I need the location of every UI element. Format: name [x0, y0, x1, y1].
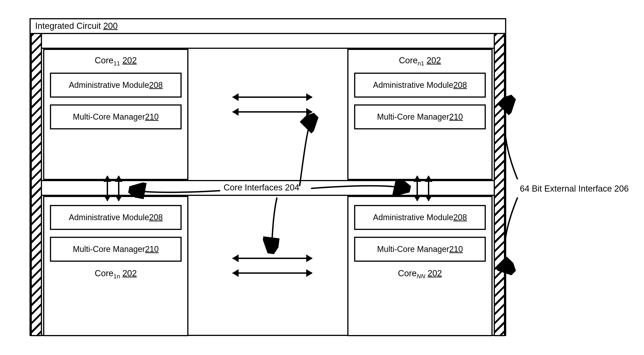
admin-module: Administrative Module 208 — [50, 73, 182, 98]
double-arrow-icon — [233, 111, 312, 112]
mgr-ref: 210 — [145, 244, 159, 254]
core-NN: Administrative Module 208 Multi-Core Man… — [347, 196, 492, 336]
admin-label: Administrative Module — [373, 213, 453, 222]
mgr-ref: 210 — [145, 112, 159, 122]
double-arrow-icon — [233, 272, 312, 274]
core-ref: 202 — [122, 268, 137, 278]
core-sub: 11 — [114, 60, 120, 67]
core-ref: 202 — [122, 56, 137, 65]
core-n1-title: Coren1 202 — [399, 56, 441, 67]
mgr-label: Multi-Core Manager — [73, 244, 145, 254]
core-NN-title: CoreNN 202 — [398, 268, 442, 280]
core-sub: 1n — [114, 273, 120, 280]
core-ref: 202 — [428, 268, 442, 278]
core-prefix: Core — [399, 56, 418, 65]
external-interface-label: 64 Bit External Interface 206 — [520, 184, 629, 194]
core-11-title: Core11 202 — [95, 56, 137, 67]
core-1n: Administrative Module 208 Multi-Core Man… — [43, 196, 188, 336]
mgr-label: Multi-Core Manager — [73, 112, 145, 122]
core-interfaces-label: Core Interfaces 204 — [224, 183, 300, 192]
external-interface-right — [494, 33, 505, 336]
double-arrow-icon — [233, 258, 312, 259]
admin-label: Administrative Module — [69, 213, 149, 222]
mgr-module: Multi-Core Manager 210 — [50, 237, 182, 262]
integrated-circuit-box: Integrated Circuit 200 Core11 202 Admini… — [30, 18, 506, 336]
admin-module: Administrative Module 208 — [354, 205, 486, 230]
admin-ref: 208 — [149, 80, 163, 90]
external-interface-left — [31, 33, 42, 336]
core-prefix: Core — [95, 56, 113, 65]
admin-ref: 208 — [453, 80, 467, 90]
double-arrow-icon — [428, 176, 429, 201]
core-sub: n1 — [418, 60, 424, 67]
admin-ref: 208 — [149, 213, 163, 222]
mgr-module: Multi-Core Manager 210 — [354, 237, 486, 262]
mgr-label: Multi-Core Manager — [377, 244, 449, 254]
core-1n-title: Core1n 202 — [95, 268, 137, 280]
ic-title: Integrated Circuit 200 — [35, 21, 118, 31]
double-arrow-icon — [118, 176, 120, 201]
mgr-module: Multi-Core Manager 210 — [50, 104, 182, 130]
double-arrow-icon — [416, 176, 418, 201]
admin-module: Administrative Module 208 — [50, 205, 182, 230]
core-n1: Coren1 202 Administrative Module 208 Mul… — [347, 49, 492, 180]
admin-label: Administrative Module — [373, 80, 453, 90]
mgr-ref: 210 — [449, 244, 463, 254]
ic-title-ref: 200 — [103, 21, 118, 31]
core-sub: NN — [416, 273, 425, 280]
admin-module: Administrative Module 208 — [354, 73, 486, 98]
track-top — [31, 33, 505, 49]
core-prefix: Core — [398, 268, 416, 278]
ic-title-text: Integrated Circuit — [35, 21, 103, 31]
core-11: Core11 202 Administrative Module 208 Mul… — [43, 49, 188, 180]
core-ref: 202 — [426, 56, 441, 65]
mgr-label: Multi-Core Manager — [377, 112, 449, 122]
double-arrow-icon — [233, 96, 312, 98]
admin-label: Administrative Module — [69, 80, 149, 90]
double-arrow-icon — [107, 176, 108, 201]
mgr-module: Multi-Core Manager 210 — [354, 104, 486, 130]
admin-ref: 208 — [453, 213, 467, 222]
core-prefix: Core — [95, 268, 113, 278]
mgr-ref: 210 — [449, 112, 463, 122]
